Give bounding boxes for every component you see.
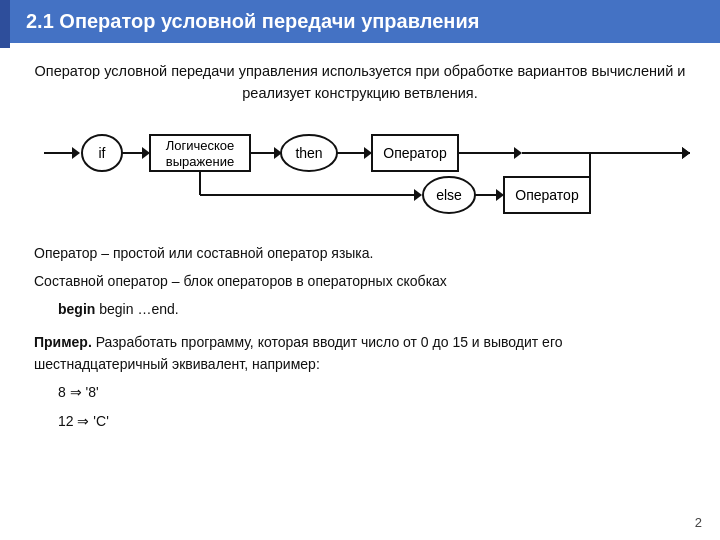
svg-marker-13 [514,147,522,159]
svg-marker-18 [414,189,422,201]
operator2-label: Оператор [515,187,579,203]
example-label: Пример. [34,334,92,350]
svg-marker-21 [496,189,504,201]
example-line-1: 8 ⇒ '8' [58,381,686,403]
example-text: Разработать программу, которая вводит чи… [34,334,562,372]
slide: 2.1 Оператор условной передачи управлени… [0,0,720,540]
example-para: Пример. Разработать программу, которая в… [34,331,686,376]
svg-marker-1 [72,147,80,159]
begin-end-text: begin begin …end. [58,298,686,320]
title-accent [0,0,10,48]
svg-marker-4 [142,147,150,159]
para-2: Составной оператор – блок операторов в о… [34,270,686,292]
begin-end-rest: begin …end. [99,301,178,317]
svg-marker-26 [682,147,690,159]
begin-bold: begin [58,301,95,317]
flowchart: if Логическое выражение then Оператор [34,123,694,228]
logic-label-1: Логическое [166,138,235,153]
then-label: then [295,145,322,161]
slide-number: 2 [695,515,702,530]
operator1-label: Оператор [383,145,447,161]
if-label: if [99,145,106,161]
para-1: Оператор – простой или составной операто… [34,242,686,264]
intro-text: Оператор условной передачи управления ис… [34,61,686,105]
example-line-2: 12 ⇒ 'C' [58,410,686,432]
svg-marker-10 [364,147,372,159]
title-bar: 2.1 Оператор условной передачи управлени… [0,0,720,43]
else-label: else [436,187,462,203]
slide-title: 2.1 Оператор условной передачи управлени… [16,10,479,33]
content-area: Оператор условной передачи управления ис… [30,61,690,432]
logic-label-2: выражение [166,154,234,169]
